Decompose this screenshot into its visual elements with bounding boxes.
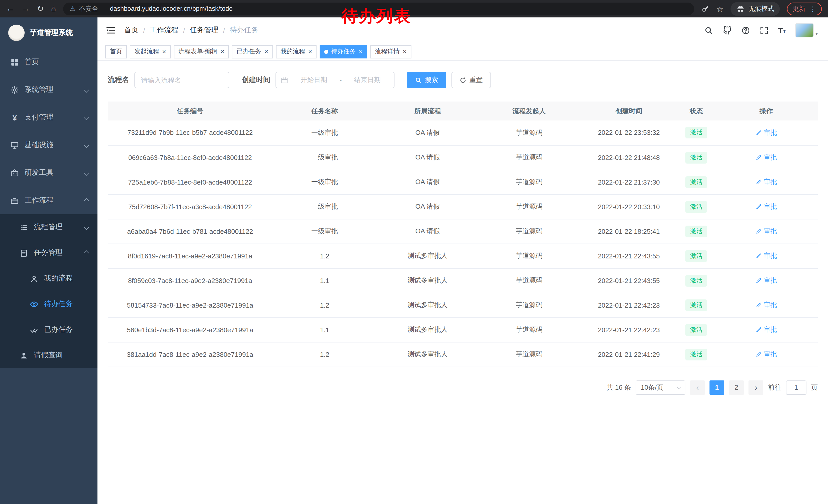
tab-form-edit[interactable]: 流程表单-编辑×: [174, 45, 229, 58]
table-row: 069c6a63-7b8a-11ec-8ef0-acde48001122一级审批…: [108, 145, 818, 170]
action-cell: 审批: [715, 219, 818, 243]
sidebar-item-todo-tasks[interactable]: 待办任务: [0, 291, 97, 317]
tab-bar: 首页发起流程×流程表单-编辑×已办任务×我的流程×待办任务×流程详情×: [97, 43, 828, 60]
help-icon[interactable]: [741, 26, 750, 35]
page-size-select[interactable]: 10条/页: [636, 380, 686, 395]
goto-page-input[interactable]: [786, 380, 806, 395]
initiator-cell: 芋道源码: [479, 268, 580, 293]
date-range-picker[interactable]: 开始日期 - 结束日期: [276, 72, 395, 88]
next-page-button[interactable]: ›: [748, 380, 763, 395]
approve-link[interactable]: 审批: [755, 276, 777, 285]
close-icon[interactable]: ×: [264, 48, 268, 55]
approve-link-label: 审批: [763, 350, 777, 359]
person-icon: [30, 274, 38, 283]
user-icon: [19, 351, 28, 360]
approve-link[interactable]: 审批: [755, 350, 777, 359]
approve-link[interactable]: 审批: [755, 153, 777, 162]
breadcrumb-item[interactable]: 首页: [124, 26, 138, 35]
forward-icon[interactable]: →: [22, 5, 30, 13]
sidebar-item-home[interactable]: 首页: [0, 48, 97, 76]
tab-done-tasks[interactable]: 已办任务×: [232, 45, 273, 58]
task-name-cell: 一级审批: [273, 170, 377, 194]
chevron-down-icon: [677, 385, 681, 389]
tab-process-detail[interactable]: 流程详情×: [370, 45, 411, 58]
sidebar-item-leave-query[interactable]: 请假查询: [0, 342, 97, 368]
sidebar-item-devtools[interactable]: 研发工具: [0, 159, 97, 187]
approve-link[interactable]: 审批: [755, 177, 777, 187]
key-icon[interactable]: [701, 5, 709, 13]
tab-label: 首页: [110, 47, 122, 56]
status-cell: 激活: [678, 317, 715, 342]
process-cell: OA 请假: [377, 121, 479, 145]
close-icon[interactable]: ×: [359, 48, 363, 55]
breadcrumb-item[interactable]: 任务管理: [190, 26, 218, 35]
close-icon[interactable]: ×: [162, 48, 166, 55]
sidebar-item-task-mgmt[interactable]: 任务管理: [0, 240, 97, 266]
table-row: 8f0d1619-7ac8-11ec-a9e2-a2380e71991a1.2测…: [108, 243, 818, 268]
approve-link[interactable]: 审批: [755, 301, 777, 310]
sidebar-item-payment[interactable]: ¥支付管理: [0, 103, 97, 131]
sidebar-item-system[interactable]: 系统管理: [0, 76, 97, 103]
chevron-down-icon: [84, 170, 89, 175]
next-arrow-icon: ›: [755, 383, 757, 392]
fullscreen-icon[interactable]: [760, 26, 769, 35]
task-name-cell: 1.2: [273, 293, 377, 317]
breadcrumb-item[interactable]: 工作流程: [150, 26, 178, 35]
menu-dots-icon[interactable]: ⋮: [810, 5, 816, 12]
main-area: 首页/工作流程/任务管理/待办任务 TT ▾: [97, 17, 828, 504]
tab-label: 已办任务: [237, 47, 261, 56]
page-button-2[interactable]: 2: [729, 380, 744, 395]
close-icon[interactable]: ×: [403, 48, 407, 55]
tab-label: 我的流程: [281, 47, 305, 56]
column-header: 所属流程: [377, 101, 479, 121]
page-button-1[interactable]: 1: [709, 380, 724, 395]
table-row: 58154733-7ac8-11ec-a9e2-a2380e71991a1.2测…: [108, 293, 818, 317]
user-menu[interactable]: ▾: [795, 23, 818, 37]
date-start-placeholder: 开始日期: [292, 75, 336, 85]
sidebar-item-done-tasks[interactable]: 已办任务: [0, 317, 97, 342]
sidebar-item-process-mgmt[interactable]: 流程管理: [0, 214, 97, 240]
collapse-sidebar-icon[interactable]: [106, 25, 116, 35]
table-row: 725a1eb6-7b88-11ec-8ef0-acde48001122一级审批…: [108, 170, 818, 194]
process-name-input[interactable]: [134, 72, 229, 88]
tab-label: 流程详情: [375, 47, 400, 56]
tab-my-process[interactable]: 我的流程×: [276, 45, 317, 58]
refresh-icon[interactable]: ↻: [37, 5, 44, 13]
created-cell: 2022-01-22 18:25:41: [580, 219, 678, 243]
back-icon[interactable]: ←: [6, 5, 14, 13]
sidebar-item-infrastructure[interactable]: 基础设施: [0, 131, 97, 159]
avatar[interactable]: [795, 23, 814, 37]
tab-todo-tasks[interactable]: 待办任务×: [320, 45, 367, 58]
tab-home[interactable]: 首页: [105, 45, 127, 58]
home-icon[interactable]: ⌂: [51, 5, 56, 13]
approve-link[interactable]: 审批: [755, 227, 777, 236]
address-divider: [104, 5, 105, 12]
star-icon[interactable]: ☆: [716, 5, 723, 12]
search-icon[interactable]: [704, 26, 713, 35]
approve-link[interactable]: 审批: [755, 202, 777, 211]
approve-link[interactable]: 审批: [755, 251, 777, 261]
sidebar-item-workflow[interactable]: 工作流程: [0, 187, 97, 214]
github-icon[interactable]: [723, 26, 732, 35]
sidebar-item-my-process[interactable]: 我的流程: [0, 266, 97, 291]
approve-link[interactable]: 审批: [755, 128, 777, 137]
task-table-body: 73211d9d-7b9b-11ec-b5b7-acde48001122一级审批…: [108, 121, 818, 367]
action-cell: 审批: [715, 170, 818, 194]
approve-link[interactable]: 审批: [755, 325, 777, 334]
tab-start-process[interactable]: 发起流程×: [130, 45, 171, 58]
breadcrumb-separator: /: [223, 26, 225, 34]
created-cell: 2022-01-21 22:42:23: [580, 293, 678, 317]
close-icon[interactable]: ×: [220, 48, 224, 55]
security-label: 不安全: [79, 4, 98, 13]
close-icon[interactable]: ×: [308, 48, 312, 55]
search-button[interactable]: 搜索: [407, 72, 446, 88]
process-cell: 测试多审批人: [377, 268, 479, 293]
chevron-down-icon: [84, 225, 89, 230]
reset-button[interactable]: 重置: [451, 72, 491, 88]
edit-icon: [755, 203, 761, 210]
sidebar-item-label: 基础设施: [25, 140, 53, 150]
font-size-icon[interactable]: TT: [778, 27, 786, 34]
approve-link-label: 审批: [763, 276, 777, 285]
prev-page-button[interactable]: ‹: [690, 380, 705, 395]
update-button[interactable]: 更新 ⋮: [787, 2, 822, 15]
